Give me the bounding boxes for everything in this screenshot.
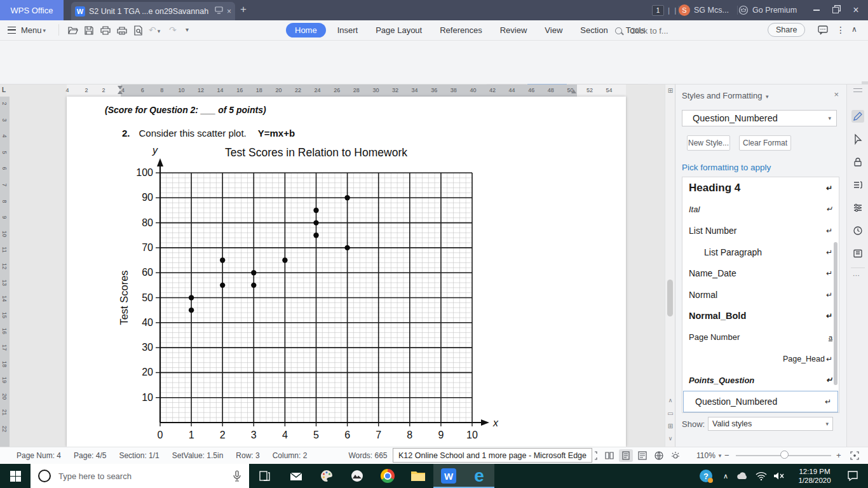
minimize-button[interactable] [807, 0, 826, 20]
style-item-page-head[interactable]: Page_Head↵ [682, 348, 839, 370]
taskbar-search-box[interactable] [31, 464, 249, 488]
ribbon-search[interactable] [615, 25, 682, 36]
tray-clock[interactable]: 12:19 PM1/28/2020 [790, 464, 839, 488]
taskbar-chrome-button[interactable] [372, 464, 403, 488]
style-item-name-date[interactable]: Name_Date↵ [682, 262, 839, 284]
rail-drag-handle-icon[interactable] [853, 88, 862, 92]
collapse-ribbon-button[interactable]: ∧ [851, 25, 857, 34]
zoom-level-button[interactable]: 110% ▾ [696, 451, 721, 460]
ribbon-search-input[interactable] [628, 25, 682, 36]
document-scrollbar[interactable]: ⊞ ∧ ▭ ⊞ ∨ [665, 85, 675, 447]
current-style-select[interactable]: Question_Numbered ▾ [682, 110, 837, 126]
score-line[interactable]: (Score for Question 2: ___ of 5 points) [105, 105, 266, 115]
rail-styles-pen-icon[interactable] [851, 110, 864, 123]
go-premium-button[interactable]: Go Premium [738, 0, 797, 20]
indent-marker-left[interactable] [118, 86, 123, 94]
taskbar-search-input[interactable] [57, 471, 233, 482]
style-item-page-number[interactable]: Page Numbera [682, 327, 839, 348]
style-item-question-numbered-selected[interactable]: Question_Numbered↵ [683, 391, 838, 412]
start-button[interactable] [0, 464, 31, 488]
print-button[interactable] [114, 23, 130, 38]
scroll-down-icon[interactable]: ∨ [665, 435, 675, 442]
style-item-heading4[interactable]: Heading 4↵ [682, 177, 839, 199]
style-item-points-question[interactable]: Points_Question↵ [682, 369, 839, 391]
fit-page-button[interactable] [848, 449, 862, 462]
zoom-in-button[interactable]: + [836, 451, 841, 460]
taskbar-file-explorer-button[interactable] [403, 464, 433, 488]
zoom-out-button[interactable]: − [724, 451, 729, 460]
show-filter-select[interactable]: Valid styles ▾ [708, 417, 833, 431]
customize-quickbar-button[interactable]: ▾ [186, 26, 189, 33]
tray-help-button[interactable]: ? [696, 464, 715, 488]
outline-view-button[interactable] [635, 449, 649, 462]
style-item-list-paragraph[interactable]: List Paragraph↵ [682, 241, 839, 263]
taskbar-wps-writer-button[interactable]: W [433, 464, 464, 488]
tab-stop-selector[interactable]: L [2, 86, 6, 93]
style-item-list-number[interactable]: List Number↵ [682, 220, 839, 241]
tab-count-widget[interactable]: 1 ❘❘ [652, 0, 679, 20]
tab-page-layout[interactable]: Page Layout [369, 23, 428, 37]
microphone-icon[interactable] [233, 470, 241, 482]
eye-protection-button[interactable] [668, 449, 682, 462]
share-button[interactable]: Share [768, 23, 805, 37]
export-pdf-button[interactable] [98, 23, 113, 38]
vertical-ruler[interactable]: 2345678910111213141516171819202122 [0, 97, 10, 447]
scrollbar-thumb[interactable] [667, 280, 673, 316]
style-item-ital[interactable]: Ital↵ [682, 199, 839, 220]
horizontal-ruler[interactable]: 4224681012141618202224262830323436384042… [0, 85, 665, 97]
tray-show-hidden-icons[interactable]: ∧ [718, 464, 733, 488]
scroll-up-icon[interactable]: ∧ [665, 397, 675, 403]
more-options-button[interactable]: ⋮ [836, 25, 845, 35]
present-monitor-icon[interactable] [215, 6, 223, 16]
document-tab[interactable]: W S2 Unit 1 TGA ...e on29Savannah × [71, 2, 235, 20]
panel-close-button[interactable]: × [834, 90, 839, 99]
indent-marker-right[interactable] [571, 90, 576, 93]
clear-format-button[interactable]: Clear Format [739, 135, 791, 151]
rail-more-icon[interactable]: ⋯ [853, 271, 860, 280]
taskbar-photos-button[interactable] [342, 464, 372, 488]
restore-button[interactable] [826, 0, 845, 20]
styles-list-scrollbar[interactable] [834, 242, 837, 385]
style-item-normal[interactable]: Normal↵ [682, 284, 839, 306]
tab-review[interactable]: Review [494, 23, 534, 37]
tray-volume-button[interactable] [770, 464, 788, 488]
new-style-panel-button[interactable]: New Style... [687, 135, 730, 151]
rail-select-cursor-icon[interactable] [851, 133, 864, 146]
style-item-normal-bold[interactable]: Normal_Bold↵ [682, 306, 839, 327]
print-layout-button[interactable] [619, 449, 633, 462]
print-preview-button[interactable] [131, 23, 146, 38]
taskbar-mail-button[interactable] [281, 464, 311, 488]
taskbar-paint-button[interactable] [311, 464, 342, 488]
document-page[interactable]: (Score for Question 2: ___ of 5 points) … [67, 97, 626, 447]
tray-wifi-button[interactable] [752, 464, 770, 488]
rail-options-sliders-ic[interactable] [851, 201, 864, 214]
previous-page-icon[interactable]: ▭ [665, 410, 675, 417]
save-button[interactable] [81, 23, 97, 38]
question-line[interactable]: 2. Consider this scatter plot. Y=mx+b [122, 128, 295, 139]
account-button[interactable]: S SG Mcs... [679, 0, 729, 20]
rail-history-clock-icon[interactable] [851, 224, 864, 237]
undo-button[interactable]: ↶▾ [149, 25, 160, 35]
main-menu-button[interactable]: Menu ▾ [8, 20, 46, 40]
tab-home[interactable]: Home [286, 23, 326, 37]
open-file-button[interactable] [65, 23, 80, 38]
tab-insert[interactable]: Insert [331, 23, 365, 37]
tab-references[interactable]: References [433, 23, 488, 37]
zoom-slider-thumb[interactable] [780, 451, 789, 459]
scrollbar-ruler-toggle-icon[interactable]: ⊞ [665, 87, 675, 94]
wps-office-menu-button[interactable]: WPS Office [0, 0, 64, 20]
rail-protect-lock-icon[interactable] [851, 156, 864, 168]
web-layout-button[interactable] [652, 449, 666, 462]
tray-onedrive-button[interactable] [733, 464, 751, 488]
taskbar-edge-button[interactable]: e [464, 464, 494, 488]
tab-section[interactable]: Section [574, 23, 614, 37]
action-center-button[interactable] [841, 464, 864, 488]
close-tab-icon[interactable]: × [227, 7, 231, 16]
new-tab-button[interactable]: + [240, 3, 247, 16]
task-view-button[interactable] [249, 464, 280, 488]
page-grid-icon[interactable]: ⊞ [665, 423, 675, 430]
rail-navigation-book-icon[interactable] [851, 247, 864, 260]
redo-button[interactable]: ↷ [169, 25, 177, 35]
tab-view[interactable]: View [538, 23, 569, 37]
read-layout-button[interactable] [602, 449, 616, 462]
